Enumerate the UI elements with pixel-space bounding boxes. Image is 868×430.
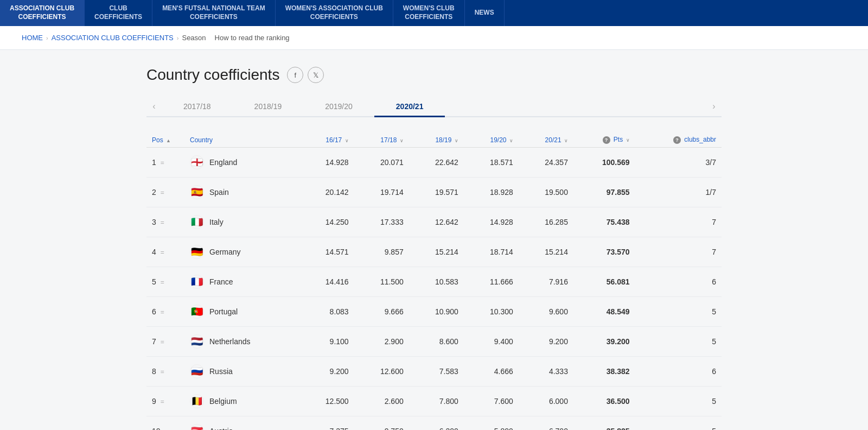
country-flag: 🇮🇹 — [190, 215, 204, 229]
pts-value: 75.438 — [573, 207, 635, 237]
clubs-value: 6 — [635, 357, 722, 387]
col-1920-value: 4.666 — [464, 357, 519, 387]
clubs-value: 7 — [635, 207, 722, 237]
col-1718-value: 19.714 — [354, 178, 409, 207]
nav-womens-club[interactable]: WOMEN'S CLUB COEFFICIENTS — [393, 0, 465, 26]
next-season-arrow[interactable]: › — [706, 99, 722, 114]
season-tab-2018-19[interactable]: 2018/19 — [233, 97, 304, 116]
pts-value: 56.081 — [573, 267, 635, 297]
clubs-value: 5 — [635, 327, 722, 357]
breadcrumb: HOME › ASSOCIATION CLUB COEFFICIENTS › S… — [0, 26, 868, 50]
col-1718-value: 2.900 — [354, 327, 409, 357]
season-tab-2020-21[interactable]: 2020/21 — [374, 97, 445, 116]
eq-sign: = — [161, 398, 164, 406]
col-1920-value: 18.714 — [464, 237, 519, 267]
nav-association-club-coefficients[interactable]: ASSOCIATION CLUB COEFFICIENTS — [0, 0, 85, 26]
col-2021-value: 4.333 — [519, 357, 573, 387]
col-header-country[interactable]: Country — [184, 132, 299, 148]
col-2021-value: 9.200 — [519, 327, 573, 357]
pts-value: 39.200 — [573, 327, 635, 357]
col-1819-value: 10.900 — [409, 297, 464, 327]
prev-season-arrow[interactable]: ‹ — [146, 99, 162, 114]
col-header-pos[interactable]: Pos ▲ — [146, 132, 184, 148]
col-2021-value: 6.700 — [519, 416, 573, 431]
breadcrumb-sep-1: › — [46, 35, 48, 41]
col-1617-value: 8.083 — [299, 297, 354, 327]
col-1718-value: 9.750 — [354, 416, 409, 431]
clubs-value: 3/7 — [635, 148, 722, 178]
col-header-1819[interactable]: 18/19 ∨ — [409, 132, 464, 148]
nav-mens-futsal[interactable]: MEN'S FUTSAL NATIONAL TEAM COEFFICIENTS — [152, 0, 276, 26]
table-row: 9 = 🇧🇪 Belgium 12.500 2.600 7.800 7.600 … — [146, 387, 722, 416]
table-row: 7 = 🇳🇱 Netherlands 9.100 2.900 8.600 9.4… — [146, 327, 722, 357]
breadcrumb-section[interactable]: ASSOCIATION CLUB COEFFICIENTS — [52, 34, 174, 42]
eq-sign: = — [161, 219, 164, 226]
country-cell: 🇷🇺 Russia — [184, 357, 299, 387]
col-1718-value: 11.500 — [354, 267, 409, 297]
country-cell: 🏴󠁧󠁢󠁥󠁮󠁧󠁿 England — [184, 148, 299, 178]
country-cell: 🇪🇸 Spain — [184, 178, 299, 207]
col-header-2021[interactable]: 20/21 ∨ — [519, 132, 573, 148]
col-header-1718[interactable]: 17/18 ∨ — [354, 132, 409, 148]
breadcrumb-season: Season — [182, 34, 206, 42]
eq-sign: = — [161, 189, 164, 197]
country-name: France — [209, 277, 233, 286]
pts-value: 73.570 — [573, 237, 635, 267]
country-cell: 🇩🇪 Germany — [184, 237, 299, 267]
col-1920-value: 7.600 — [464, 387, 519, 416]
col-header-1920[interactable]: 19/20 ∨ — [464, 132, 519, 148]
col-1617-value: 20.142 — [299, 178, 354, 207]
season-tab-2019-20[interactable]: 2019/20 — [303, 97, 374, 116]
nav-news[interactable]: NEWS — [465, 0, 505, 26]
col-1819-value: 22.642 — [409, 148, 464, 178]
col-header-pts[interactable]: ? Pts ∨ — [573, 132, 635, 148]
pos-cell: 7 = — [146, 327, 184, 357]
breadcrumb-home[interactable]: HOME — [22, 34, 43, 42]
col-1819-value: 8.600 — [409, 327, 464, 357]
col1617-sort-icon: ∨ — [345, 138, 349, 143]
country-flag: 🇳🇱 — [190, 334, 204, 349]
pos-sort-icon: ▲ — [166, 138, 171, 143]
col1819-sort-icon: ∨ — [455, 138, 458, 143]
table-row: 4 = 🇩🇪 Germany 14.571 9.857 15.214 18.71… — [146, 237, 722, 267]
col-2021-value: 6.000 — [519, 387, 573, 416]
breadcrumb-sep-2: › — [177, 35, 179, 41]
country-name: Germany — [209, 248, 241, 256]
col-header-1617[interactable]: 16/17 ∨ — [299, 132, 354, 148]
table-row: 3 = 🇮🇹 Italy 14.250 17.333 12.642 14.928… — [146, 207, 722, 237]
facebook-button[interactable]: f — [287, 67, 303, 83]
eq-sign: = — [161, 159, 164, 167]
col-header-clubs[interactable]: ? clubs_abbr — [635, 132, 722, 148]
eq-sign: = — [161, 279, 164, 286]
country-cell: 🇦🇹 Austria — [184, 416, 299, 431]
col-1617-value: 7.375 — [299, 416, 354, 431]
col-1819-value: 6.200 — [409, 416, 464, 431]
col-1819-value: 12.642 — [409, 207, 464, 237]
col-2021-value: 7.916 — [519, 267, 573, 297]
col-2021-value: 15.214 — [519, 237, 573, 267]
country-flag: 🇩🇪 — [190, 245, 204, 259]
coefficients-table: Pos ▲ Country 16/17 ∨ 17/18 ∨ 18/19 ∨ — [146, 132, 722, 430]
country-flag: 🇧🇪 — [190, 394, 204, 408]
col-1617-value: 14.250 — [299, 207, 354, 237]
country-name: Portugal — [209, 307, 238, 316]
col-1920-value: 9.400 — [464, 327, 519, 357]
table-row: 1 = 🏴󠁧󠁢󠁥󠁮󠁧󠁿 England 14.928 20.071 22.642… — [146, 148, 722, 178]
country-name: Netherlands — [209, 337, 251, 346]
clubs-info-icon: ? — [673, 136, 681, 144]
col-1718-value: 20.071 — [354, 148, 409, 178]
col-1617-value: 14.928 — [299, 148, 354, 178]
season-tab-2017-18[interactable]: 2017/18 — [162, 97, 233, 116]
nav-club-coefficients[interactable]: CLUB COEFFICIENTS — [85, 0, 152, 26]
pos-cell: 5 = — [146, 267, 184, 297]
col-1718-value: 9.857 — [354, 237, 409, 267]
col-1819-value: 7.800 — [409, 387, 464, 416]
table-row: 5 = 🇫🇷 France 14.416 11.500 10.583 11.66… — [146, 267, 722, 297]
clubs-value: 7 — [635, 237, 722, 267]
twitter-button[interactable]: 𝕏 — [308, 67, 324, 83]
col-1920-value: 14.928 — [464, 207, 519, 237]
nav-womens-association[interactable]: WOMEN'S ASSOCIATION CLUB COEFFICIENTS — [276, 0, 393, 26]
country-cell: 🇮🇹 Italy — [184, 207, 299, 237]
col-1718-value: 2.600 — [354, 387, 409, 416]
col-1920-value: 18.928 — [464, 178, 519, 207]
